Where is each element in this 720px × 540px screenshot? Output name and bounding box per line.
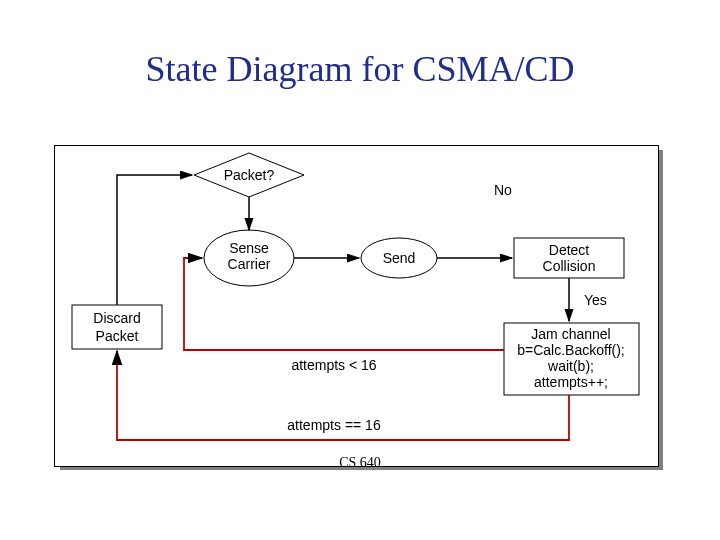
page-title: State Diagram for CSMA/CD [0, 48, 720, 90]
node-jam-channel: Jam channel b=Calc.Backoff(); wait(b); a… [504, 323, 639, 395]
edge-eq16-label: attempts == 16 [287, 417, 381, 433]
edge-yes-label: Yes [584, 292, 607, 308]
footer-text: CS 640 [0, 455, 720, 471]
edge-no-label: No [494, 182, 512, 198]
node-packet-decision: Packet? [194, 153, 304, 197]
node-packet-label: Packet? [224, 167, 275, 183]
node-jam-line2: b=Calc.Backoff(); [517, 342, 625, 358]
node-detect-line2: Collision [543, 258, 596, 274]
node-sense-line2: Carrier [228, 256, 271, 272]
node-send: Send [361, 238, 437, 278]
state-diagram: Packet? No Sense Carrier Send Detect Col… [54, 145, 659, 467]
node-jam-line3: wait(b); [547, 358, 594, 374]
node-discard-packet: Discard Packet [72, 305, 162, 349]
node-send-label: Send [383, 250, 416, 266]
edge-discard-to-packet [117, 175, 192, 305]
node-discard-line2: Packet [96, 328, 139, 344]
node-sense-line1: Sense [229, 240, 269, 256]
node-sense-carrier: Sense Carrier [204, 230, 294, 286]
node-jam-line4: attempts++; [534, 374, 608, 390]
node-detect-collision: Detect Collision [514, 238, 624, 278]
node-jam-line1: Jam channel [531, 326, 610, 342]
node-discard-line1: Discard [93, 310, 140, 326]
node-detect-line1: Detect [549, 242, 590, 258]
edge-lt16-label: attempts < 16 [291, 357, 376, 373]
